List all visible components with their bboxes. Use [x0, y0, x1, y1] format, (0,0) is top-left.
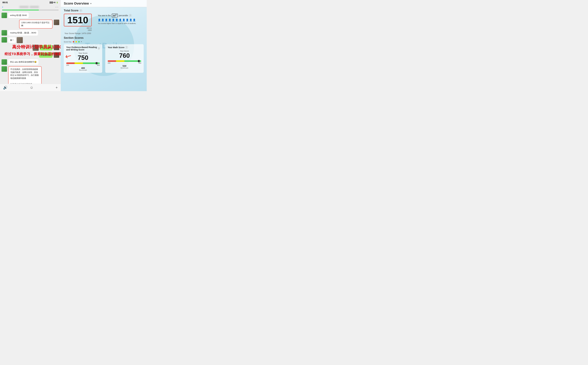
bubble-reading: reading 错5题，漏1题，36/40: [8, 30, 38, 35]
erw-score-label: Your Score: [66, 52, 100, 54]
status-bar: 08:01 ▐▐▐ 4G 🔋: [0, 0, 61, 4]
bubble-text: 1350-1460-1510你这个进步可以啊: [21, 21, 49, 27]
erw-title: Your Evidence-Based Reading and Writing …: [66, 46, 100, 51]
help-icon-erw[interactable]: ?: [98, 47, 100, 50]
progress-bar-area: [0, 10, 61, 11]
progress-bar-fill: [2, 10, 39, 10]
avatar-5: [54, 52, 59, 58]
nav-title-2: [30, 6, 39, 8]
person-icon-4: 👤: [108, 19, 111, 21]
chevron-icon[interactable]: ▾: [81, 41, 82, 43]
math-score-number: 760: [108, 52, 141, 59]
avatar-6: [1, 59, 7, 65]
msg-row-lou: 漏一: [1, 37, 59, 43]
people-icons: 👤 👤 👤 👤 👤 👤 👤 👤 👤 👤 👤: [98, 19, 144, 21]
bubble-text: 所以你明白: [41, 54, 51, 56]
math-score-label: Your Score: [108, 50, 141, 52]
add-icon[interactable]: +: [55, 85, 58, 90]
msg-row-long: 不过说真的，以前觉得阅读超级无敌拦路虎，这两次发现，其实经过 td 系统性的学习…: [1, 66, 59, 84]
person-icon-7: 👤: [119, 19, 122, 21]
person-icon-5: 👤: [112, 19, 115, 21]
person-icon-grey: 👤: [133, 19, 136, 21]
signal-icon: ▐▐▐: [49, 1, 53, 3]
bubble-you: 你🙈🙈🙈: [40, 45, 53, 50]
key-green: [78, 41, 80, 42]
photo-thumb: [17, 37, 23, 43]
score-content: Total Score ? 1510 400 to 1600 Your Scor…: [61, 7, 147, 91]
math-benchmark-area: 530 Benchmark: [108, 65, 141, 69]
nav-bar: ‹ ···: [0, 4, 61, 10]
network-label: 4G: [53, 1, 55, 3]
bubble-ada: 所以 ada 老师应该也教数学😂: [8, 59, 38, 65]
math-benchmark-label: Benchmark: [108, 67, 141, 69]
math-title: Your Math Score ?: [108, 46, 141, 49]
msg-row-reading: reading 错5题，漏1题，36/40: [1, 30, 59, 35]
bubble-text: 漏一: [10, 39, 14, 41]
chevron-down-icon[interactable]: ▾: [90, 2, 91, 5]
bubble-suoyi: 所以你明白: [39, 52, 53, 58]
key-yellow: [75, 41, 77, 42]
score-key-label: Score Key: [64, 41, 72, 43]
section-scores-label: Section Scores: [64, 36, 144, 40]
percentile-desc: You scored higher than or equal to 99% o…: [98, 22, 144, 25]
chat-toolbar: 🔊 ☺ +: [0, 84, 61, 91]
erw-slider-track: [66, 63, 100, 64]
msg-row: writing 错1题 39/40: [1, 13, 59, 18]
person-icon-1: 👤: [98, 19, 101, 21]
score-header: Score Overview ▾: [61, 0, 147, 7]
erw-slider-thumb: [96, 62, 97, 64]
voice-icon[interactable]: 🔊: [3, 85, 7, 90]
math-slider-track: [108, 60, 141, 62]
avatar: [1, 13, 7, 18]
help-icon-total[interactable]: ?: [79, 9, 82, 12]
bubble-text: 所以 ada 老师应该也教数学😂: [10, 61, 37, 63]
total-score-label: Total Score ?: [64, 9, 144, 12]
avatar-2: [1, 30, 7, 35]
emoji-icon[interactable]: ☺: [30, 85, 34, 90]
erw-score-number: 750: [66, 54, 100, 61]
status-time: 08:01: [2, 1, 8, 4]
back-button[interactable]: ‹: [2, 5, 3, 9]
percentile-text: You are in the 99th percentile ?: [98, 14, 144, 17]
person-icon-2: 👤: [101, 19, 104, 21]
erw-slider-labels: 200 800: [66, 64, 100, 66]
erw-benchmark-area: 480 Benchmark: [66, 67, 100, 71]
status-icons: ▐▐▐ 4G 🔋: [49, 1, 58, 3]
avatar-7: [1, 66, 7, 72]
score-range-label: Your Score Range: 1470-1550: [64, 32, 92, 35]
msg-row-you: 你🙈🙈🙈: [1, 45, 59, 51]
percentile-badge: 99th: [112, 14, 118, 17]
photo-thumb-2: [33, 45, 39, 51]
avatar-4: [54, 45, 59, 50]
erw-benchmark-val: 480: [66, 67, 100, 69]
battery-icon: 🔋: [56, 1, 58, 3]
person-icon-3: 👤: [105, 19, 108, 21]
person-icon-6: 👤: [115, 19, 118, 21]
erw-card: Your Evidence-Based Reading and Writing …: [64, 44, 102, 73]
erw-benchmark-label: Benchmark: [66, 69, 100, 71]
person-icon-10: 👤: [129, 19, 132, 21]
total-score-row: 1510 400 to 1600 Your Score Range: 1470-…: [64, 14, 144, 35]
person-icon-9: 👤: [126, 19, 129, 21]
bubble-text: writing 错1题 39/40: [10, 14, 27, 16]
help-icon-math[interactable]: ?: [125, 46, 128, 49]
msg-row-ada: 所以 ada 老师应该也教数学😂: [1, 59, 59, 65]
help-icon-percentile[interactable]: ?: [129, 14, 132, 17]
bubble-text: 你🙈🙈🙈: [41, 47, 51, 49]
more-button[interactable]: ···: [55, 5, 59, 9]
bubble-lou: 漏一: [8, 37, 16, 43]
score-panel: TestDaily Score Overview ▾ Total Score ?…: [61, 0, 147, 91]
bubble-writing: writing 错1题 39/40: [8, 13, 29, 18]
msg-row-highlighted: 1350-1460-1510你这个进步可以啊: [1, 20, 59, 28]
math-card: Your Math Score ? Your Score 760 200 800…: [105, 44, 144, 73]
key-red: [73, 41, 74, 42]
bubble-text: reading 错5题，漏1题，36/40: [10, 32, 36, 34]
bubble-1350: 1350-1460-1510你这个进步可以啊: [19, 20, 53, 28]
score-header-title: Score Overview: [64, 1, 89, 6]
math-slider-labels: 200 800: [108, 62, 141, 64]
score-range-minmax: 400 to 1600: [87, 27, 92, 31]
score-big-box: 1510: [64, 14, 92, 27]
bubble-text: 不过说真的，以前觉得阅读超级无敌拦路虎，这两次发现，其实经过 td 系统性的学习…: [10, 68, 39, 84]
msg-row-suoyi: 所以你明白: [1, 52, 59, 58]
chat-area[interactable]: writing 错1题 39/40 1350-1460-1510你这个进步可以啊…: [0, 11, 61, 84]
